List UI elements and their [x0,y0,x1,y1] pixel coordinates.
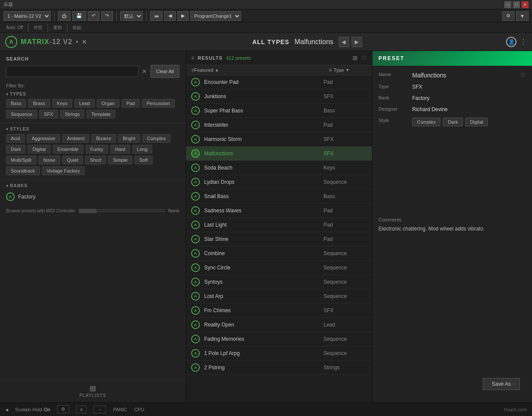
factory-bank-item[interactable]: A Factory [6,191,179,203]
playlists-section[interactable]: ▤ PLAYLISTS [0,379,186,402]
type-tag-percussion[interactable]: Percussion [142,99,175,108]
preset-row[interactable]: ACombineSequence [186,246,372,261]
preset-heart-button[interactable]: ♡ [520,72,526,79]
preset-row[interactable]: AReality OpenLead [186,318,372,332]
preset-row[interactable]: A1 Pole Lpf ArpgSequence [186,346,372,361]
style-tag-soundtrack[interactable]: Soundtrack [6,166,40,175]
gear-button[interactable]: ⚙ [502,11,514,21]
export-icon-btn[interactable]: → [93,406,106,413]
preset-row[interactable]: ALast LightPad [186,218,372,232]
paste-label[interactable]: 粘贴 [70,25,84,31]
style-tag-hard[interactable]: Hard [110,145,130,154]
preset-name-cell: Lydian Drops [204,179,324,185]
minimize-button[interactable]: ─ [504,1,511,8]
search-input[interactable] [6,66,138,77]
save-button[interactable]: 💾 [72,11,86,21]
type-tag-pad[interactable]: Pad [122,99,140,108]
style-tag-quiet[interactable]: Quiet [62,156,83,164]
results-heart-button[interactable]: ♡ [361,54,367,61]
style-tag-long[interactable]: Long [132,145,152,154]
clear-all-button[interactable]: Clear All [151,65,179,78]
undo-button[interactable]: ↶ [88,11,99,21]
banks-section-header[interactable]: ▾ BANKS [6,183,179,188]
nav-prev-button[interactable]: ◀ [339,37,349,47]
style-tag-bizarre[interactable]: Bizarre [91,134,116,143]
midi-slider[interactable] [79,209,165,212]
close-button[interactable]: ✕ [522,1,529,8]
type-tag-template[interactable]: Template [87,110,115,118]
preset-row[interactable]: A2 PstringStrings [186,361,372,375]
save-as-button[interactable]: Save As [483,378,520,390]
style-tag-ambient[interactable]: Ambient [62,134,89,143]
preset-row[interactable]: AMalfunctionsSFX [186,147,372,161]
style-tag-bright[interactable]: Bright [118,134,140,143]
preset-row[interactable]: AInterstellerPad [186,118,372,132]
settings-chevron-button[interactable]: ▼ [516,11,529,21]
track-select[interactable]: 1 - Matrix-12 V2 [3,11,51,21]
user-icon[interactable]: 👤 [506,37,516,47]
type-tag-keys[interactable]: Keys [52,99,72,108]
rewind-button[interactable]: ⏮ [150,11,163,21]
default-select[interactable]: 默认 [120,11,143,21]
style-tag-complex[interactable]: Complex [142,134,170,143]
type-tag-strings[interactable]: Strings [60,110,84,118]
search-input-row: ✕ Clear All [6,65,179,78]
preset-row[interactable]: ASnail BassBass [186,189,372,204]
style-tag-digital[interactable]: Digital [28,145,51,154]
style-tag-funky[interactable]: Funky [86,145,108,154]
preset-logo-icon: A [191,192,200,201]
preset-row[interactable]: AEncounter PadPad [186,75,372,90]
preset-row[interactable]: ASoda BeachKeys [186,161,372,175]
preset-row[interactable]: AJunktionsSFX [186,90,372,104]
style-tag-vintage-factory[interactable]: Vintage Factory [42,166,85,175]
style-tag-short[interactable]: Short [85,156,106,164]
types-section-header[interactable]: ▾ TYPES [6,92,179,96]
preset-row[interactable]: ASyntoysSequence [186,275,372,289]
style-tag-dark[interactable]: Dark [6,145,26,154]
type-tag-organ[interactable]: Organ [97,99,120,108]
header-dot[interactable]: • [76,38,78,46]
status-bar: ◂ Sustain Hold On ⚙ ≡ → PANIC CPU Yuucn.… [0,402,532,416]
settings-icon-btn[interactable]: ⚙ [57,405,69,413]
sustain-label: Sustain Hold [15,407,42,412]
redo-button[interactable]: ↷ [101,11,113,21]
preset-row[interactable]: ALydian DropsSequence [186,175,372,189]
type-tag-brass[interactable]: Brass [28,99,50,108]
style-tag-ensemble[interactable]: Ensemble [53,145,83,154]
preset-row[interactable]: ASync CircleSequence [186,261,372,275]
preset-row[interactable]: AFm ChimesSFX [186,304,372,318]
style-tag-simple[interactable]: Simple [108,156,132,164]
preset-row[interactable]: ALost ArpSequence [186,289,372,304]
style-tag-multi-split[interactable]: Multi/Split [6,156,36,164]
preset-row[interactable]: AHarmonic StormSFX [186,132,372,147]
preset-row[interactable]: ASadness WavesPad [186,204,372,218]
midi-slider-thumb [79,209,96,213]
type-tag-sfx[interactable]: SFX [39,110,58,118]
prev-button[interactable]: ◀ [164,11,176,21]
copy-label[interactable]: 复制 [51,25,64,31]
results-filter-button[interactable]: ⊞ [353,54,358,61]
styles-section-header[interactable]: ▾ STYLES [6,127,179,131]
col-featured-header[interactable]: Featured ▲ [194,67,281,73]
style-tag-soft[interactable]: Soft [135,156,153,164]
preset-row[interactable]: AFading MemoriesSequence [186,332,372,346]
next-button[interactable]: ▶ [177,11,189,21]
header-close-icon[interactable]: ✕ [82,38,87,45]
search-clear-icon[interactable]: ✕ [141,68,148,75]
preset-row[interactable]: ASuper Phat BassBass [186,104,372,118]
compare-label[interactable]: 对照 [31,25,45,31]
midi-select[interactable]: ProgramChange1 [190,11,241,21]
style-tag-acid[interactable]: Acid [6,134,25,143]
nav-next-button[interactable]: ▶ [352,37,362,47]
list-icon-btn[interactable]: ≡ [76,406,87,413]
type-tag-lead[interactable]: Lead [74,99,94,108]
col-type-header[interactable]: ≡ Type ▼ [329,67,349,73]
type-tag-bass[interactable]: Bass [6,99,26,108]
maximize-button[interactable]: □ [513,1,520,8]
style-tag-noise[interactable]: Noise [38,156,60,164]
type-tag-sequence[interactable]: Sequence [6,110,37,118]
style-tag-aggressive[interactable]: Aggressive [27,134,60,143]
preset-row[interactable]: AStar ShinePad [186,232,372,246]
menu-dots-icon[interactable]: ⋮ [520,38,527,46]
power-button[interactable]: ⏻ [58,11,71,21]
